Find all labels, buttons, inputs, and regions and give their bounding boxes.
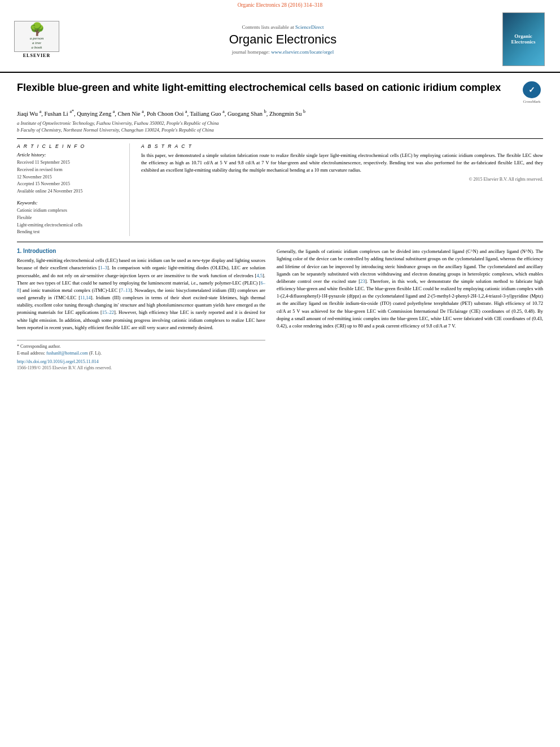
intro-heading: 1. Introduction: [17, 248, 265, 254]
paper-title-section: Flexible blue-green and white light-emit…: [17, 78, 543, 104]
contents-label: Contents lists available at: [242, 24, 294, 30]
homepage-label: journal homepage:: [232, 49, 270, 55]
doi-link: http://dx.doi.org/10.1016/j.orgel.2015.1…: [17, 359, 265, 364]
citation-1-3[interactable]: 1–3: [100, 265, 107, 270]
abstract-col: A B S T R A C T In this paper, we demons…: [141, 143, 543, 236]
footnote-section: * Corresponding author. E-mail address: …: [17, 340, 265, 370]
keywords-section: Keywords: Cationic iridium complexes Fle…: [17, 200, 123, 236]
affiliations: a Institute of Optoelectronic Technology…: [17, 120, 543, 134]
crossmark: ✓ CrossMark: [520, 81, 543, 104]
elsevier-label: ELSEVIER: [23, 53, 50, 58]
science-direct-line: Contents lists available at ScienceDirec…: [68, 24, 498, 30]
keyword-2: Flexible: [17, 215, 123, 222]
main-content: Flexible blue-green and white light-emit…: [0, 73, 560, 376]
citation-4-5[interactable]: 4,5: [256, 273, 262, 278]
cover-text: OrganicElectronics: [511, 34, 536, 45]
keyword-1: Cationic iridium complexes: [17, 207, 123, 215]
corresponding-label: * Corresponding author.: [17, 344, 61, 349]
article-info-col: A R T I C L E I N F O Article history: R…: [17, 143, 130, 236]
received-revised-label: Received in revised form: [17, 167, 123, 174]
keyword-4: Bending test: [17, 229, 123, 236]
page: Organic Electronics 28 (2016) 314–318 🌳 …: [0, 0, 560, 747]
logo-image: 🌳 a persona treea book: [14, 21, 59, 52]
body-left-col: 1. Introduction Recently, light-emitting…: [17, 248, 265, 370]
crossmark-icon: ✓: [523, 81, 541, 98]
abstract-label: A B S T R A C T: [141, 143, 543, 149]
journal-ref-bar: Organic Electronics 28 (2016) 314–318: [0, 0, 560, 9]
citation-23[interactable]: 23: [360, 278, 365, 284]
doi-url[interactable]: http://dx.doi.org/10.1016/j.orgel.2015.1…: [17, 359, 99, 364]
intro-paragraph-2: Generally, the ligands of cationic iridi…: [277, 248, 543, 330]
affiliation-a: a Institute of Optoelectronic Technology…: [17, 120, 543, 127]
authors-line: Jiaqi Wu a, Fushan Li a*, Qunying Zeng a…: [17, 108, 543, 118]
paper-title: Flexible blue-green and white light-emit…: [17, 81, 515, 94]
citation-6-8[interactable]: 6–8: [17, 280, 265, 293]
email-line: E-mail address: fushanlf@hotmail.com (F.…: [17, 350, 265, 357]
email-label: E-mail address:: [17, 351, 45, 356]
article-info-abstract-section: A R T I C L E I N F O Article history: R…: [17, 138, 543, 236]
citation-15-22[interactable]: 15–22: [102, 309, 114, 315]
journal-title: Organic Electronics: [68, 32, 498, 47]
article-history: Article history: Received 11 September 2…: [17, 152, 123, 195]
body-section: 1. Introduction Recently, light-emitting…: [17, 242, 543, 370]
email-name: (F. Li).: [89, 351, 102, 356]
intro-paragraph-1: Recently, light-emitting electrochemical…: [17, 257, 265, 331]
citation-11-14[interactable]: 11,14: [80, 295, 91, 300]
affiliation-b: b Faculty of Chemistry, Northeast Normal…: [17, 127, 543, 134]
received-revised-date: 12 November 2015: [17, 174, 123, 181]
journal-cover-image: OrganicElectronics: [502, 12, 545, 66]
citation-7-13[interactable]: 7–13: [121, 287, 130, 293]
article-info-label: A R T I C L E I N F O: [17, 143, 123, 149]
copyright-line: © 2015 Elsevier B.V. All rights reserved…: [141, 177, 543, 182]
keyword-3: Light-emitting electrochemical cells: [17, 222, 123, 229]
email-address[interactable]: fushanlf@hotmail.com: [46, 351, 88, 356]
body-right-col: Generally, the ligands of cationic iridi…: [277, 248, 543, 370]
keywords-title: Keywords:: [17, 200, 123, 206]
abstract-text: In this paper, we demonstrated a simple …: [141, 152, 543, 173]
header-top: 🌳 a persona treea book ELSEVIER Contents…: [0, 9, 560, 68]
journal-homepage-line: journal homepage: www.elsevier.com/locat…: [68, 49, 498, 55]
header-right: OrganicElectronics: [498, 12, 549, 66]
received-date: Received 11 September 2015: [17, 159, 123, 167]
science-direct-link[interactable]: ScienceDirect: [295, 24, 323, 30]
header-center: Contents lists available at ScienceDirec…: [68, 24, 498, 55]
elsevier-logo: 🌳 a persona treea book ELSEVIER: [11, 21, 62, 58]
corresponding-author-note: * Corresponding author.: [17, 343, 265, 350]
journal-ref-text: Organic Electronics 28 (2016) 314–318: [238, 2, 323, 8]
issn-line: 1566-1199/© 2015 Elsevier B.V. All right…: [17, 365, 265, 370]
accepted-date: Accepted 15 November 2015: [17, 181, 123, 188]
header-section: 🌳 a persona treea book ELSEVIER Contents…: [0, 9, 560, 73]
available-online: Available online 24 November 2015: [17, 188, 123, 195]
crossmark-label: CrossMark: [523, 99, 540, 104]
history-title: Article history:: [17, 152, 123, 158]
homepage-url[interactable]: www.elsevier.com/locate/orgel: [271, 49, 334, 55]
